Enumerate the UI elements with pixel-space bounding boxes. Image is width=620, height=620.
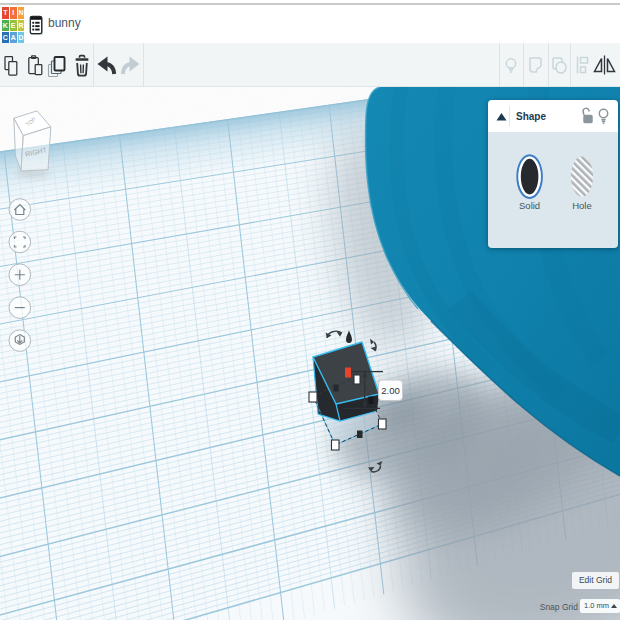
svg-text:2.00: 2.00	[381, 385, 400, 396]
